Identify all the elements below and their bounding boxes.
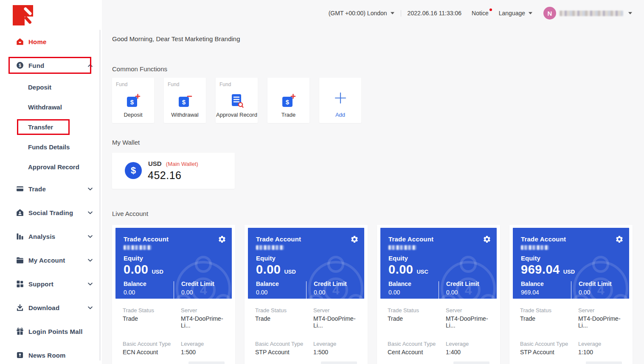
equity-currency: USD bbox=[284, 269, 295, 275]
server-label: Server bbox=[181, 307, 232, 314]
credit-limit-label: Credit Limit bbox=[181, 280, 214, 287]
greeting-text: Good Morning, Dear Test Marketing Brandi… bbox=[112, 35, 240, 42]
sidebar-item-label: Home bbox=[28, 38, 93, 45]
account-summary-panel: 4 Trade Account Equity 969.04 USD bbox=[513, 228, 629, 299]
sidebar-item-label: Download bbox=[28, 304, 88, 311]
sidebar-item-support[interactable]: Support bbox=[0, 272, 102, 296]
account-type-label: Basic Account Type bbox=[388, 341, 446, 347]
grid-icon bbox=[15, 279, 25, 288]
web-trade-button[interactable]: Web Trade bbox=[188, 361, 225, 364]
account-type-label: Basic Account Type bbox=[520, 341, 578, 347]
sidebar-subitem-deposit[interactable]: Deposit bbox=[0, 77, 102, 97]
web-trade-button[interactable]: Web Trade bbox=[586, 361, 622, 364]
sidebar-item-analysis[interactable]: Analysis bbox=[0, 224, 102, 248]
function-category: Fund bbox=[168, 81, 179, 87]
web-trade-button[interactable]: Web Trade bbox=[453, 361, 489, 364]
function-card-approval-record[interactable]: Fund Approval Record bbox=[216, 78, 258, 123]
equity-currency: USD bbox=[152, 269, 163, 275]
leverage-value: 1:500 bbox=[181, 349, 232, 356]
caret-down-icon bbox=[529, 12, 532, 14]
credit-limit-label: Credit Limit bbox=[314, 280, 347, 287]
wallet-currency: USD bbox=[148, 160, 162, 167]
trade-status-value: Trade bbox=[388, 315, 446, 329]
chevron-down-icon bbox=[88, 211, 93, 214]
balance-label: Balance bbox=[521, 280, 571, 287]
brand-logo-icon[interactable] bbox=[13, 5, 33, 25]
sidebar-item-label: Support bbox=[28, 280, 88, 288]
gear-icon[interactable] bbox=[218, 235, 226, 245]
language-dropdown[interactable]: Language bbox=[499, 10, 532, 17]
download-icon bbox=[15, 303, 25, 312]
account-number-redacted bbox=[256, 245, 284, 250]
web-trade-button[interactable]: Web Trade bbox=[321, 361, 357, 364]
account-type-value: ECN Account bbox=[123, 349, 181, 356]
trade-status-label: Trade Status bbox=[255, 307, 313, 314]
account-summary-panel: 4 Trade Account Equity 0.00 USC bbox=[380, 228, 497, 299]
home-icon bbox=[15, 37, 25, 46]
trade-money-icon: $ bbox=[281, 93, 296, 110]
gear-icon[interactable] bbox=[615, 235, 624, 245]
sidebar-item-my-account[interactable]: My Account bbox=[0, 248, 102, 272]
username-redacted bbox=[560, 11, 623, 16]
account-number-redacted bbox=[124, 245, 152, 250]
sidebar-nav: Home $ Fund Deposit Withdrawal Transfer … bbox=[0, 30, 102, 364]
account-details: Trade Status Server Trade MT4-DooPrime-L… bbox=[115, 299, 232, 356]
trade-status-value: Trade bbox=[255, 315, 313, 329]
timezone-dropdown[interactable]: (GMT +00:00) London bbox=[329, 10, 394, 17]
gear-icon[interactable] bbox=[483, 235, 491, 245]
leverage-label: Leverage bbox=[578, 341, 629, 347]
sidebar-item-download[interactable]: Download bbox=[0, 296, 102, 319]
sidebar-subitem-label: Approval Record bbox=[28, 163, 79, 171]
caret-down-icon bbox=[628, 12, 632, 14]
account-summary-panel: 4 Trade Account Equity 0.00 USD bbox=[115, 228, 232, 299]
function-label: Deposit bbox=[112, 112, 154, 118]
sidebar-item-news-room[interactable]: News Room bbox=[0, 343, 102, 364]
equity-value: 0.00 bbox=[124, 263, 148, 277]
sidebar: Home $ Fund Deposit Withdrawal Transfer … bbox=[0, 0, 102, 364]
gear-icon[interactable] bbox=[350, 235, 359, 245]
account-type-value: STP Account bbox=[520, 349, 578, 356]
function-card-add[interactable]: Add bbox=[319, 78, 361, 123]
account-details: Trade Status Server Trade MT4-DooPrime-L… bbox=[380, 299, 497, 356]
trade-account-label: Trade Account bbox=[124, 235, 232, 243]
account-type-label: Basic Account Type bbox=[123, 341, 181, 347]
chevron-down-icon bbox=[88, 283, 93, 286]
sidebar-item-label: Trade bbox=[28, 185, 88, 193]
sidebar-subitem-label: Funds Details bbox=[28, 143, 70, 151]
common-functions-title: Common Functions bbox=[112, 65, 167, 73]
chevron-up-icon bbox=[88, 64, 93, 67]
sidebar-item-trade[interactable]: Trade bbox=[0, 177, 102, 201]
equity-label: Equity bbox=[124, 255, 232, 262]
sidebar-subitem-label: Transfer bbox=[28, 123, 53, 131]
sidebar-item-fund[interactable]: $ Fund bbox=[0, 53, 102, 77]
gift-icon bbox=[15, 327, 25, 336]
sidebar-item-login-points-mall[interactable]: Login Points Mall bbox=[0, 319, 102, 343]
live-account-card: 4 Trade Account Equity 0.00 USD bbox=[112, 225, 235, 364]
sidebar-subitem-withdrawal[interactable]: Withdrawal bbox=[0, 97, 102, 117]
equity-label: Equity bbox=[256, 255, 364, 262]
leverage-label: Leverage bbox=[313, 341, 364, 347]
function-card-trade[interactable]: $ Trade bbox=[267, 78, 309, 123]
sidebar-scrollbar[interactable] bbox=[99, 30, 101, 361]
trade-status-value: Trade bbox=[520, 315, 578, 329]
svg-text:$: $ bbox=[182, 98, 186, 106]
sidebar-subitem-approval-record[interactable]: Approval Record bbox=[0, 157, 102, 177]
withdrawal-money-icon: $ bbox=[177, 93, 193, 110]
svg-text:$: $ bbox=[130, 98, 134, 106]
language-label: Language bbox=[499, 10, 525, 17]
live-account-row: 4 Trade Account Equity 0.00 USD bbox=[112, 225, 633, 364]
function-card-deposit[interactable]: Fund $ Deposit bbox=[112, 78, 154, 123]
sidebar-item-social-trading[interactable]: Social Trading bbox=[0, 201, 102, 224]
profile-menu[interactable]: N bbox=[543, 7, 632, 20]
live-account-card: 4 Trade Account Equity 969.04 USD bbox=[509, 225, 633, 364]
function-card-withdrawal[interactable]: Fund $ Withdrawal bbox=[164, 78, 206, 123]
sidebar-subitem-transfer[interactable]: Transfer bbox=[0, 117, 102, 137]
server-value: MT4-DooPrime-Li... bbox=[578, 315, 629, 329]
trade-status-label: Trade Status bbox=[520, 307, 578, 314]
sidebar-item-home[interactable]: Home bbox=[0, 30, 102, 53]
notice-link[interactable]: Notice bbox=[472, 10, 489, 17]
sidebar-subitem-label: Withdrawal bbox=[28, 104, 62, 111]
sidebar-item-label: My Account bbox=[28, 257, 88, 264]
sidebar-subitem-funds-details[interactable]: Funds Details bbox=[0, 137, 102, 157]
balance-label: Balance bbox=[256, 280, 306, 287]
